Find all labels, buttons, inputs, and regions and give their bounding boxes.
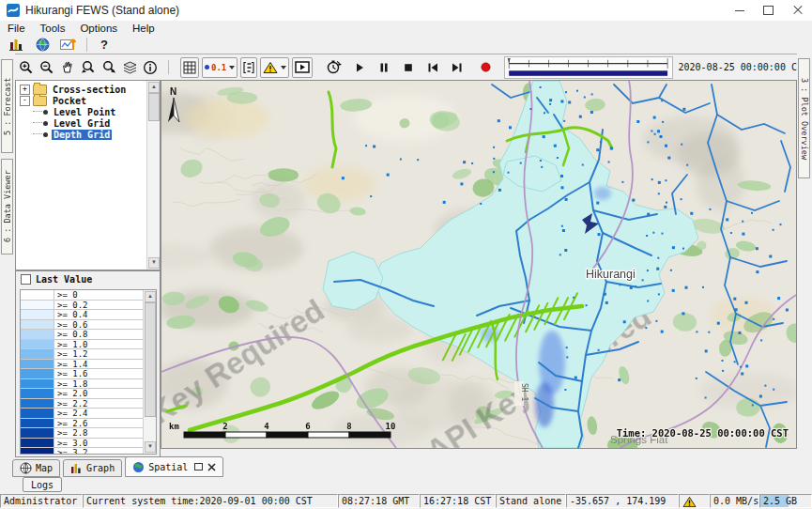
legend-row: >= 2.0 [21,389,143,399]
tree-scrollbar[interactable]: ▲ ▼ [146,81,160,270]
legend-color-swatch [21,419,54,429]
layers-icon[interactable] [120,58,139,77]
close-button[interactable] [783,0,812,21]
animation-panel-button[interactable] [292,57,313,78]
database-viewer-icon[interactable] [6,36,26,53]
tab-graph[interactable]: Graph [63,459,122,477]
warning-icon [263,61,278,74]
legend-row: >= 0.6 [21,320,143,331]
legend-row: >= 1.2 [21,349,143,360]
map-display-icon[interactable] [32,36,53,53]
grid-display-button[interactable] [180,57,199,78]
tree-item-label: Depth Grid [52,130,112,140]
expand-icon[interactable]: + [20,85,30,95]
scrollbar-thumb[interactable] [145,302,156,417]
bar-chart-icon [70,462,83,474]
tab-map[interactable]: Map [12,459,60,477]
tree-connector-line [33,111,42,113]
legend-scrollbar[interactable]: ▲ ▼ [143,290,156,454]
logs-row: Logs [0,477,812,493]
tab-map-label: Map [36,463,53,473]
scroll-up-icon[interactable]: ▲ [148,82,160,93]
menu-item-file[interactable]: File [0,23,33,34]
tab-spatial[interactable]: Spatial [125,456,223,477]
map-viewport[interactable]: API Key Required API Key Required [161,80,797,449]
scrollbar-thumb[interactable] [148,93,160,121]
tree-item-pocket[interactable]: -Pocket [20,95,146,106]
zoom-in-icon[interactable] [17,58,36,77]
float-panel-icon[interactable] [194,463,203,470]
scroll-up-icon[interactable]: ▲ [145,291,156,302]
grid-icon [183,61,196,74]
legend-threshold-label: >= 2.0 [54,389,143,399]
globe-wireframe-icon [20,462,32,474]
legend-threshold-label: >= 2.2 [54,399,143,409]
legend-threshold-label: >= 3.2 [54,448,143,454]
tree-item-level-grid[interactable]: Level Grid [20,117,146,129]
pan-hand-icon[interactable] [58,58,77,77]
timeline-slider[interactable] [504,56,672,79]
menu-item-help[interactable]: Help [125,23,162,34]
threshold-dropdown[interactable]: 0.1 [202,57,237,78]
record-button[interactable] [476,58,495,77]
legend-color-swatch [21,360,54,370]
map-time-label: Time: 2020-08-25 00:00:00 CST [617,427,789,439]
svg-text:10: 10 [386,422,396,431]
node-bullet-icon [43,132,48,137]
menu-item-options[interactable]: Options [72,23,125,34]
map-toolbar: 0.1 [15,54,812,80]
stop-button[interactable] [399,58,418,77]
step-forward-button[interactable] [448,58,467,77]
tree-item-level-point[interactable]: Level Point [20,106,146,117]
timeseries-dialog-icon[interactable] [58,36,79,53]
last-value-checkbox[interactable] [21,274,31,285]
globe-icon [132,461,145,473]
step-back-button[interactable] [423,58,442,77]
status-download-speed: 0.0 MB/s [710,494,759,508]
zoom-next-icon[interactable] [100,58,118,77]
info-icon[interactable] [141,58,160,77]
play-button[interactable] [350,58,369,77]
legend-editor-button[interactable] [240,57,257,78]
legend-row: >= 0 [21,290,143,301]
legend-color-swatch [21,349,54,360]
scroll-down-icon[interactable]: ▼ [148,257,160,269]
svg-text:2: 2 [222,422,227,431]
close-tab-icon[interactable] [207,463,216,471]
legend-row: >= 2.4 [21,409,143,419]
road-label: SH 1 [520,383,529,401]
left-tab-strip: 5 : Forecast 6 : Data Viewer [0,54,15,457]
tab-logs[interactable]: Logs [23,477,62,492]
legend-row: >= 2.2 [21,399,143,409]
maximize-button[interactable] [754,0,783,21]
set-time-icon[interactable] [324,58,343,77]
current-time-label: 2020-08-25 00:00:00 CST [679,62,808,72]
play-panel-icon [295,61,310,73]
tab-data-viewer[interactable]: 6 : Data Viewer [1,159,13,254]
legend-threshold-label: >= 1.4 [54,360,143,370]
node-bullet-icon [43,110,48,115]
zoom-previous-icon[interactable] [79,58,98,77]
legend-color-table: >= 0>= 0.2>= 0.4>= 0.6>= 0.8>= 1.0>= 1.2… [20,289,157,455]
minimize-button[interactable] [725,0,754,21]
tree-item-depth-grid[interactable]: Depth Grid [20,129,146,140]
tab-forecast[interactable]: 5 : Forecast [1,59,13,153]
help-button[interactable]: ? [95,38,114,52]
status-mode: Stand alone [496,494,566,508]
legend-threshold-label: >= 0.6 [54,320,143,331]
menu-bar: FileToolsOptionsHelp [0,21,812,35]
scroll-down-icon[interactable]: ▼ [145,441,156,453]
legend-color-swatch [21,399,54,409]
legend-color-swatch [21,340,54,350]
pause-button[interactable] [375,58,393,77]
svg-text:4: 4 [264,422,269,431]
collapse-icon[interactable]: - [20,96,30,106]
legend-row: >= 1.4 [21,360,143,370]
legend-row: >= 2.8 [21,428,143,439]
zoom-out-icon[interactable] [38,58,56,77]
bottom-tab-bar: Map Graph Spatial [0,457,812,477]
warnings-dropdown[interactable] [260,57,289,78]
tab-plot-overview[interactable]: 3 : Plot Overview [798,58,810,178]
menu-item-tools[interactable]: Tools [33,23,73,34]
legend-panel: Last Value >= 0>= 0.2>= 0.4>= 0.6>= 0.8>… [15,270,161,457]
